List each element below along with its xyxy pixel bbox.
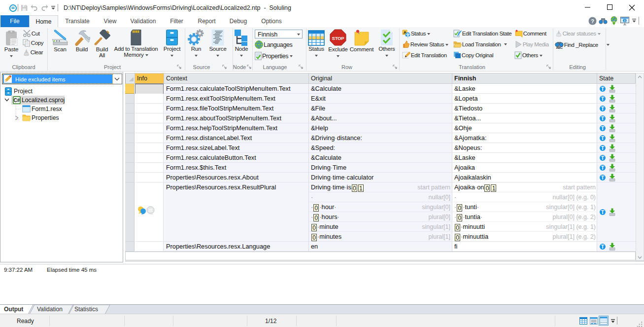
svg-text:i: i [624, 18, 625, 23]
svg-text:T: T [601, 175, 605, 181]
svg-text:T: T [601, 209, 605, 215]
svg-text:STOP: STOP [332, 36, 345, 41]
svg-text:T: T [601, 244, 605, 250]
svg-text:T: T [601, 165, 605, 171]
svg-text:T: T [601, 135, 605, 141]
svg-text:文: 文 [406, 33, 410, 37]
svg-text:T: T [601, 106, 605, 111]
svg-text:T: T [601, 125, 605, 131]
svg-text:T: T [601, 115, 605, 121]
svg-text:ABC: ABC [556, 46, 563, 49]
svg-text:T: T [601, 145, 605, 151]
svg-text:T: T [601, 155, 605, 161]
svg-text:T: T [601, 86, 605, 92]
svg-text:?: ? [591, 18, 594, 24]
svg-text:T: T [601, 96, 605, 102]
